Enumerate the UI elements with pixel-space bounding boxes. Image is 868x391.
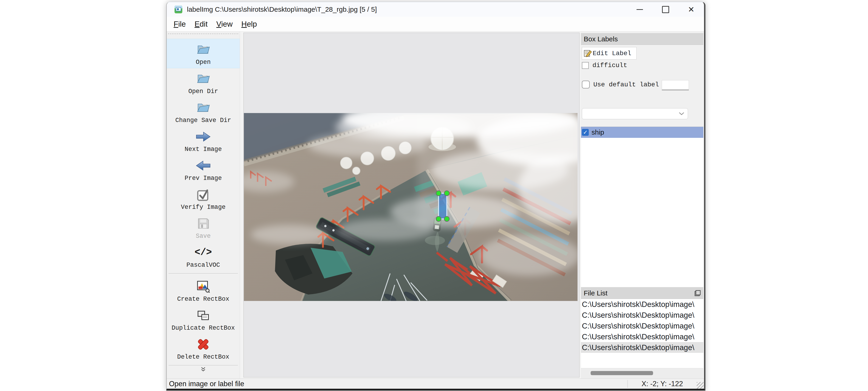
harbor-aerial-photo — [244, 113, 578, 301]
verify-check-icon — [167, 187, 240, 202]
file-list-item[interactable]: C:\Users\shirotsk\Desktop\image\ — [581, 321, 703, 331]
delete-rectbox-icon — [167, 336, 240, 352]
default-label-input[interactable] — [662, 80, 689, 90]
toolbar-separator — [168, 273, 238, 274]
chevron-down-icon — [679, 112, 684, 116]
title-bar: labelImg C:\Users\shirotsk\Desktop\image… — [167, 2, 704, 17]
close-button[interactable]: ✕ — [678, 2, 704, 17]
status-message: Open image or label file — [169, 380, 244, 388]
toolbar-pascalvoc-label: PascalVOC — [167, 262, 240, 269]
toolbar-prev-image[interactable]: Prev Image — [167, 155, 240, 184]
cursor-coordinates: X: -2; Y: -122 — [628, 380, 697, 388]
toolbar-duplicate-rectbox[interactable]: Duplicate RectBox — [167, 305, 240, 334]
toolbar-create-rectbox-label: Create RectBox — [167, 296, 240, 303]
menu-file[interactable]: File — [170, 19, 189, 29]
menu-view[interactable]: View — [213, 19, 236, 29]
scrollbar-thumb[interactable] — [591, 371, 653, 375]
difficult-checkbox[interactable] — [582, 62, 589, 69]
duplicate-rectbox-icon — [167, 308, 240, 323]
file-list-item[interactable]: C:\Users\shirotsk\Desktop\image\ — [581, 299, 703, 310]
toolbar-separator — [168, 365, 238, 365]
label-name: ship — [591, 128, 604, 136]
edit-label-text: Edit Label — [593, 50, 631, 57]
image-canvas[interactable] — [243, 33, 580, 378]
file-list-header: File List — [581, 288, 703, 299]
file-list-item[interactable]: C:\Users\shirotsk\Desktop\image\ — [581, 331, 703, 342]
toolbar-verify-image[interactable]: Verify Image — [167, 184, 240, 213]
minimize-button[interactable] — [627, 2, 653, 17]
menu-edit[interactable]: Edit — [191, 19, 211, 29]
window-controls: ✕ — [627, 2, 704, 17]
difficult-checkbox-row[interactable]: difficult — [582, 62, 627, 69]
toolbar-save[interactable]: Save — [167, 213, 240, 242]
box-labels-title: Box Labels — [584, 35, 618, 43]
save-floppy-icon — [167, 216, 240, 231]
prev-arrow-icon — [167, 158, 240, 174]
use-default-label-text: Use default label — [593, 81, 659, 88]
toolbar-next-image[interactable]: Next Image — [167, 126, 240, 155]
box-labels-header: Box Labels — [581, 33, 703, 45]
toolbar-change-save-dir-label: Change Save Dir — [167, 117, 240, 124]
file-list-title: File List — [584, 289, 608, 297]
change-save-dir-folder-icon — [167, 100, 240, 116]
toolbar-delete-rectbox-label: Delete RectBox — [167, 354, 240, 360]
use-default-label-row[interactable]: Use default label — [582, 81, 659, 88]
minimize-icon — [637, 9, 643, 10]
menu-bar: File Edit View Help — [167, 17, 704, 31]
toolbar-change-save-dir[interactable]: Change Save Dir — [167, 97, 240, 126]
box-label-list: ✓ ship — [581, 127, 703, 287]
difficult-label: difficult — [592, 62, 627, 69]
close-icon: ✕ — [688, 5, 694, 13]
labelimg-app-icon — [174, 5, 183, 14]
float-dock-icon[interactable] — [694, 290, 701, 296]
use-default-label-checkbox[interactable] — [582, 81, 590, 88]
edit-pencil-icon — [584, 49, 592, 57]
double-chevron-down-icon — [200, 367, 206, 372]
labelimg-window: labelImg C:\Users\shirotsk\Desktop\image… — [166, 2, 706, 391]
toolbar-open-dir-label: Open Dir — [167, 88, 240, 95]
toolbar-create-rectbox[interactable]: Create RectBox — [167, 276, 240, 305]
toolbar-next-image-label: Next Image — [167, 146, 240, 153]
maximize-button[interactable] — [653, 2, 678, 17]
open-dir-folder-icon — [167, 71, 240, 87]
file-list-item-selected[interactable]: C:\Users\shirotsk\Desktop\image\ — [581, 342, 703, 353]
toolbar-verify-image-label: Verify Image — [167, 204, 240, 211]
toolbar-extension-button[interactable] — [167, 367, 240, 372]
toolbar-open-dir[interactable]: Open Dir — [167, 68, 240, 97]
file-list-horizontal-scrollbar[interactable] — [581, 368, 703, 379]
create-rectbox-icon — [167, 279, 240, 294]
menu-help[interactable]: Help — [238, 19, 260, 29]
window-title: labelImg C:\Users\shirotsk\Desktop\image… — [187, 5, 377, 13]
toolbar-pascalvoc-format[interactable]: </> PascalVOC — [167, 242, 240, 271]
open-folder-icon — [167, 42, 240, 57]
file-list-item[interactable]: C:\Users\shirotsk\Desktop\image\ — [581, 310, 703, 321]
label-item-ship[interactable]: ✓ ship — [581, 127, 703, 138]
maximize-icon — [662, 6, 669, 13]
toolbar-duplicate-rectbox-label: Duplicate RectBox — [167, 325, 240, 331]
toolbar-drag-handle[interactable] — [168, 33, 238, 36]
code-brackets-icon: </> — [194, 247, 212, 258]
main-area: Open Open Dir — [167, 31, 704, 379]
toolbar-delete-rectbox[interactable]: Delete RectBox — [167, 334, 240, 363]
window-resize-grip[interactable] — [697, 382, 704, 389]
file-list: C:\Users\shirotsk\Desktop\image\ C:\User… — [581, 299, 703, 368]
label-checked-checkbox[interactable]: ✓ — [582, 129, 589, 136]
toolbar: Open Open Dir — [167, 31, 240, 379]
status-bar: Open image or label file X: -2; Y: -122 — [167, 379, 704, 389]
next-arrow-icon — [167, 129, 240, 145]
label-dropdown[interactable] — [582, 108, 688, 119]
toolbar-open-label: Open — [167, 59, 240, 66]
toolbar-save-label: Save — [167, 233, 240, 240]
right-panel: Box Labels Edit Label difficult — [581, 31, 703, 379]
toolbar-prev-image-label: Prev Image — [167, 175, 240, 182]
screenshot-page: labelImg C:\Users\shirotsk\Desktop\image… — [0, 0, 868, 391]
toolbar-open[interactable]: Open — [167, 39, 240, 68]
edit-label-button[interactable]: Edit Label — [582, 47, 637, 60]
